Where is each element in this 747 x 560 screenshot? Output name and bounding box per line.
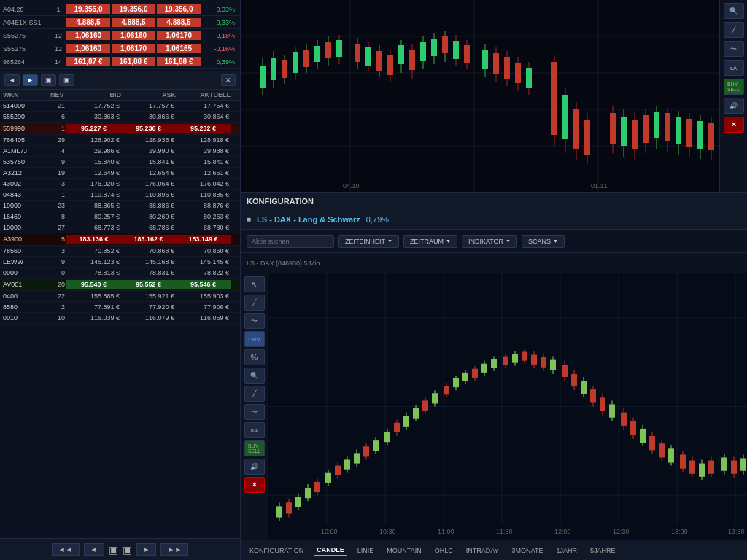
nav-first-btn[interactable]: ◄◄ <box>52 543 80 556</box>
search-input[interactable] <box>247 235 334 248</box>
svg-rect-166 <box>571 374 577 386</box>
zoom-btn[interactable]: 🔍 <box>724 3 744 19</box>
bb-ohlc[interactable]: OHLC <box>432 545 456 556</box>
list-item[interactable]: 766405 29 128.902 € 128.935 € 128.918 € … <box>0 135 240 146</box>
svg-rect-14 <box>293 52 298 73</box>
list-item[interactable]: 8580 2 77.891 € 77.920 € 77.906 € 0,36% <box>0 302 240 313</box>
svg-rect-172 <box>600 397 605 411</box>
line2-btn[interactable]: ╱ <box>244 386 265 402</box>
date-label-1: 04.10. <box>343 182 361 190</box>
svg-rect-42 <box>453 41 459 59</box>
nav-back-btn[interactable]: ◄ <box>84 543 104 556</box>
list-item[interactable]: 559990 1 95.227 € 95.236 € 95.232 € 1,53… <box>0 122 240 135</box>
svg-rect-154 <box>512 354 518 363</box>
chart2-main: ↖ ╱ 〜 CRV % 🔍 ╱ 〜 aA BUYSELL 🔊 ✕ <box>241 273 747 540</box>
volume2-btn[interactable]: 🔊 <box>244 459 265 475</box>
list-item[interactable]: LEWW 9 145.123 € 145.168 € 145.145 € 0,5… <box>0 257 240 268</box>
list-item[interactable]: 19000 23 88.865 € 88.886 € 88.876 € 0,89… <box>0 201 240 211</box>
bb-mountain[interactable]: MOUNTAIN <box>384 545 424 556</box>
nav-fwd-btn[interactable]: ► <box>136 543 157 556</box>
svg-rect-72 <box>654 112 659 138</box>
aa-btn[interactable]: aA <box>724 60 744 76</box>
svg-rect-152 <box>503 357 508 365</box>
nav-next-btn[interactable]: ► <box>23 74 38 86</box>
svg-rect-38 <box>431 39 437 56</box>
chart2-svg-area: 10:00 10:30 11:00 11:30 12:00 12:30 13:0… <box>268 273 747 540</box>
indikator-dropdown[interactable]: INDIKATOR ▼ <box>462 235 517 248</box>
list-item[interactable]: 555200 6 30.863 € 30.866 € 30.864 € 1,73… <box>0 112 240 122</box>
close-chart2-btn[interactable]: ✕ <box>244 477 265 493</box>
ticker-area: A04.20 1 19.356,0 19.356,0 19.356,0 0,33… <box>0 0 240 71</box>
svg-text:11:00: 11:00 <box>438 528 454 535</box>
trendline-btn[interactable]: ╱ <box>244 295 265 311</box>
svg-rect-82 <box>708 122 714 150</box>
nav-last-btn[interactable]: ►► <box>160 543 188 556</box>
svg-rect-68 <box>632 120 638 149</box>
close-chart1-btn[interactable]: ✕ <box>724 117 744 133</box>
list-item[interactable]: A1ML7J 4 29.986 € 29.990 € 29.988 € 1,35… <box>0 146 240 157</box>
col-aktuell: AKTUELL <box>176 91 231 98</box>
cursor-btn[interactable]: ↖ <box>244 276 265 292</box>
grid2-btn[interactable]: ▣ <box>59 74 74 86</box>
list-item[interactable]: 0400 22 155.885 € 155.921 € 155.903 € 0,… <box>0 291 240 302</box>
svg-rect-184 <box>659 443 665 457</box>
search2-btn[interactable]: 🔍 <box>244 368 265 384</box>
bb-linie[interactable]: LINIE <box>355 545 377 556</box>
grid-btn[interactable]: ▣ <box>41 74 56 86</box>
list-item[interactable]: 10000 27 68.773 € 68.786 € 68.780 € 0,88… <box>0 222 240 233</box>
scans-dropdown[interactable]: SCANS ▼ <box>522 235 565 248</box>
bb-intraday[interactable]: INTRADAY <box>463 545 502 556</box>
crv-btn[interactable]: CRV <box>244 331 265 347</box>
list-item[interactable]: 78560 3 70.852 € 70.868 € 70.860 € 0,65% <box>0 246 240 257</box>
top-candle-group <box>260 31 714 164</box>
col-ask: ASK <box>121 91 176 98</box>
wave3-btn[interactable]: 〜 <box>244 404 265 420</box>
list-item[interactable]: 0000 0 78.813 € 78.831 € 78.822 € 0,59% <box>0 268 240 279</box>
svg-rect-162 <box>550 360 556 370</box>
zeitraum-dropdown[interactable]: ZEITRAUM ▼ <box>403 235 457 248</box>
bb-3monate[interactable]: 3MONATE <box>509 545 546 556</box>
list-item[interactable]: A3212 19 12.649 € 12.654 € 12.651 € 1,25… <box>0 168 240 179</box>
svg-rect-128 <box>384 432 390 442</box>
svg-rect-130 <box>394 423 400 432</box>
ls-icon: ■ <box>247 215 251 223</box>
close-left-btn[interactable]: ✕ <box>221 74 236 86</box>
svg-text:10:30: 10:30 <box>379 528 395 535</box>
list-item[interactable]: 43002 3 176.020 € 176.064 € 176.042 € 1,… <box>0 179 240 190</box>
list-item[interactable]: 04843 1 110.874 € 110.896 € 110.885 € 0,… <box>0 190 240 201</box>
top-candles-area: 04.10. 01.11. <box>241 0 719 193</box>
indikator-label: INDIKATOR <box>468 238 503 245</box>
svg-rect-158 <box>531 355 537 365</box>
konfiguration-label: KONFIGURATION <box>247 197 314 206</box>
list-item[interactable]: 0010 10 116.039 € 116.079 € 116.059 € 0,… <box>0 313 240 324</box>
svg-rect-120 <box>344 460 350 470</box>
bb-5jahre[interactable]: 5JAHRE <box>587 545 619 556</box>
list-item[interactable]: A3900 5 183.136 € 183.162 € 183.149 € 0,… <box>0 233 240 246</box>
list-item[interactable]: AV001 20 95.540 € 95.552 € 95.546 € 0,57… <box>0 279 240 291</box>
svg-rect-44 <box>464 45 470 63</box>
svg-rect-40 <box>442 36 448 53</box>
list-item[interactable]: 514000 21 17.752 € 17.757 € 17.754 € 2,9… <box>0 101 240 112</box>
svg-rect-60 <box>573 109 579 149</box>
wave2-btn[interactable]: 〜 <box>244 313 265 329</box>
svg-rect-20 <box>325 42 331 58</box>
svg-rect-114 <box>314 482 320 492</box>
percent-btn[interactable]: % <box>244 349 265 365</box>
svg-rect-160 <box>541 357 546 368</box>
svg-rect-178 <box>630 421 636 435</box>
zeiteinheit-dropdown[interactable]: ZEITEINHEIT ▼ <box>338 235 399 248</box>
volume-btn[interactable]: 🔊 <box>724 98 744 114</box>
aa2-btn[interactable]: aA <box>244 422 265 438</box>
list-item[interactable]: 535750 9 15.840 € 15.841 € 15.841 € 1,25… <box>0 157 240 168</box>
buy-sell2-btn[interactable]: BUYSELL <box>244 440 265 456</box>
svg-rect-34 <box>409 50 415 70</box>
bb-konfiguration[interactable]: KONFIGURATION <box>247 545 306 556</box>
nav-prev-btn[interactable]: ◄ <box>4 74 20 86</box>
bb-candle[interactable]: CANDLE <box>314 545 347 556</box>
wave-btn[interactable]: 〜 <box>724 41 744 57</box>
bb-1jahr[interactable]: 1JAHR <box>553 545 580 556</box>
line-btn[interactable]: ╱ <box>724 22 744 38</box>
svg-rect-48 <box>493 53 499 74</box>
buy-sell-btn[interactable]: BUYSELL <box>724 79 744 95</box>
list-item[interactable]: 16460 8 80.257 € 80.269 € 80.263 € 0,88% <box>0 211 240 222</box>
